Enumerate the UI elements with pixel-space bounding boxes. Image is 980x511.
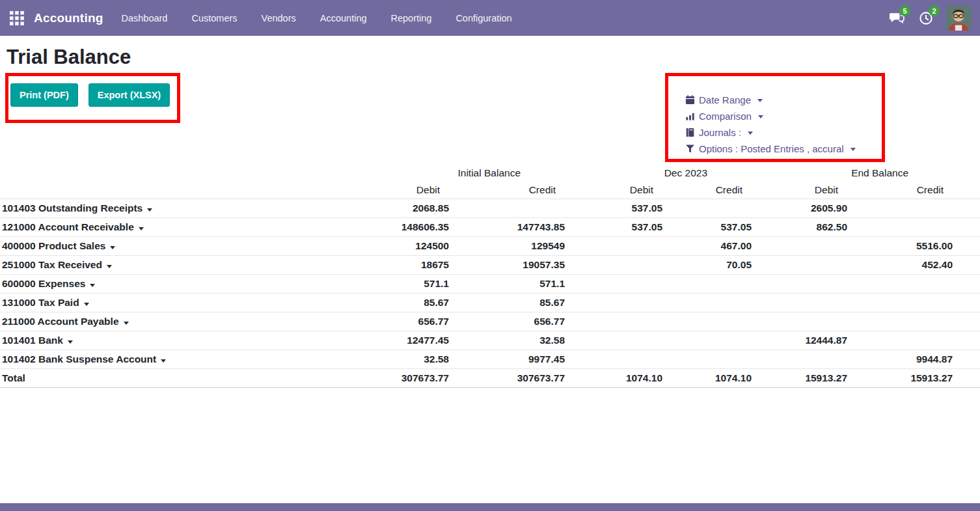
calendar-icon [685, 95, 695, 105]
account-rows: 101403 Outstanding Receipts2068.85537.05… [0, 199, 980, 368]
column-header-credit: Credit [449, 182, 565, 199]
amount-cell: 467.00 [662, 236, 752, 255]
messages-icon[interactable]: 5 [888, 9, 905, 27]
amount-cell: 18675 [338, 255, 449, 274]
chevron-down-icon [110, 246, 115, 249]
column-header-debit: Debit [565, 182, 662, 199]
annotation-box-buttons: Print (PDF) Export (XLSX) [5, 73, 180, 123]
amount-cell [449, 199, 565, 217]
column-group-header-row: Initial Balance Dec 2023 End Balance [0, 164, 980, 182]
amount-cell [662, 274, 752, 293]
menu-item-accounting[interactable]: Accounting [320, 13, 367, 23]
account-name[interactable]: 211000 Account Payable [0, 312, 338, 331]
account-name[interactable]: 251000 Tax Received [0, 255, 338, 274]
menu-item-configuration[interactable]: Configuration [456, 13, 511, 23]
chevron-down-icon [124, 322, 129, 325]
menu-item-customers[interactable]: Customers [191, 13, 237, 23]
filter-date-range[interactable]: Date Range [685, 92, 882, 108]
column-header-credit: Credit [662, 182, 752, 199]
amount-cell [662, 293, 752, 312]
amount-cell [565, 255, 662, 274]
amount-cell [752, 274, 847, 293]
amount-cell: 9944.87 [847, 350, 980, 368]
chevron-down-icon [757, 99, 763, 102]
menu-item-vendors[interactable]: Vendors [262, 13, 296, 23]
total-amount-cell: 15913.27 [847, 368, 980, 387]
account-row: 101403 Outstanding Receipts2068.85537.05… [0, 199, 980, 217]
amount-cell: 19057.35 [449, 255, 565, 274]
app-name[interactable]: Accounting [34, 11, 103, 25]
book-icon [685, 128, 695, 137]
page-title: Trial Balance [7, 45, 980, 70]
amount-cell [847, 274, 980, 293]
amount-cell [565, 274, 662, 293]
chevron-down-icon [68, 340, 73, 344]
activities-badge: 2 [929, 5, 940, 16]
account-name[interactable]: 101402 Bank Suspense Account [0, 350, 338, 368]
amount-cell [752, 255, 847, 274]
total-amount-cell: 15913.27 [752, 368, 847, 387]
amount-cell [662, 312, 752, 331]
activities-clock-icon[interactable]: 2 [917, 9, 934, 27]
bar-chart-icon [685, 111, 695, 121]
amount-cell [752, 236, 847, 255]
amount-cell [662, 199, 752, 217]
menu-item-reporting[interactable]: Reporting [391, 13, 432, 23]
filter-journals[interactable]: Journals : [685, 124, 882, 141]
amount-cell [847, 331, 980, 350]
amount-cell [565, 331, 662, 350]
amount-cell: 148606.35 [338, 217, 449, 236]
amount-cell: 85.67 [449, 293, 565, 312]
amount-cell: 862.50 [752, 217, 847, 236]
filter-comparison[interactable]: Comparison [685, 108, 882, 124]
amount-cell: 70.05 [662, 255, 752, 274]
amount-cell [565, 350, 662, 368]
print-pdf-button[interactable]: Print (PDF) [10, 83, 78, 107]
total-row: Total 307673.77 307673.77 1074.10 1074.1… [0, 368, 980, 387]
main-content: Trial Balance Print (PDF) Export (XLSX) … [0, 45, 980, 511]
amount-cell: 571.1 [449, 274, 565, 293]
bottom-bar [0, 503, 980, 511]
column-group-end-balance: End Balance [752, 164, 980, 182]
account-row: 131000 Tax Paid85.6785.67 [0, 293, 980, 312]
account-name[interactable]: 600000 Expenses [0, 274, 338, 293]
account-name[interactable]: 131000 Tax Paid [0, 293, 338, 312]
amount-cell: 32.58 [449, 331, 565, 350]
filter-label: Journals : [699, 127, 741, 138]
amount-cell: 2068.85 [338, 199, 449, 217]
apps-menu-icon[interactable] [9, 10, 26, 27]
filter-label: Comparison [699, 111, 752, 122]
chevron-down-icon [758, 115, 763, 118]
amount-cell [847, 217, 980, 236]
amount-cell: 32.58 [338, 350, 449, 368]
filter-label: Options : Posted Entries , accural [699, 143, 844, 154]
total-label: Total [0, 368, 338, 387]
amount-cell [752, 312, 847, 331]
amount-cell: 656.77 [449, 312, 565, 331]
menu-item-dashboard[interactable]: Dashboard [122, 13, 168, 23]
column-group-dec-2023: Dec 2023 [565, 164, 752, 182]
amount-cell [847, 199, 980, 217]
total-amount-cell: 307673.77 [449, 368, 565, 387]
amount-cell [847, 293, 980, 312]
account-row: 121000 Account Receivable148606.35147743… [0, 217, 980, 236]
account-name[interactable]: 121000 Account Receivable [0, 217, 338, 236]
amount-cell [565, 312, 662, 331]
chevron-down-icon [147, 208, 152, 212]
account-name[interactable]: 101401 Bank [0, 331, 338, 350]
export-xlsx-button[interactable]: Export (XLSX) [88, 83, 170, 107]
filter-label: Date Range [699, 94, 751, 105]
amount-cell: 2605.90 [752, 199, 847, 217]
amount-cell: 12477.45 [338, 331, 449, 350]
account-row: 101402 Bank Suspense Account32.589977.45… [0, 350, 980, 368]
amount-cell [565, 293, 662, 312]
account-name[interactable]: 400000 Product Sales [0, 236, 338, 255]
account-name[interactable]: 101403 Outstanding Receipts [0, 199, 338, 217]
amount-cell: 124500 [338, 236, 449, 255]
account-row: 600000 Expenses571.1571.1 [0, 274, 980, 293]
filter-options[interactable]: Options : Posted Entries , accural [685, 141, 882, 157]
amount-cell: 129549 [449, 236, 565, 255]
chevron-down-icon [139, 227, 144, 230]
user-avatar[interactable] [946, 6, 971, 31]
amount-cell [662, 350, 752, 368]
